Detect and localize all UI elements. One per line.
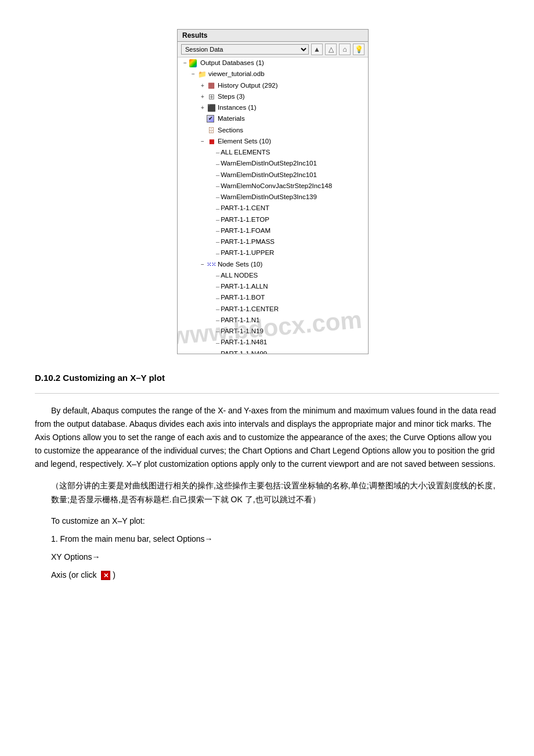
mat-icon-box: ✔ [207, 115, 214, 123]
toggle-history[interactable]: + [199, 81, 207, 89]
leaf-dash-n4: – [216, 304, 219, 314]
part-bot-label: PART-1-1.BOT [221, 293, 265, 303]
toggle-instances[interactable]: + [199, 104, 207, 112]
history-icon: ▦ [207, 81, 216, 90]
instances-label: Instances (1) [218, 103, 256, 113]
materials-icon: ✔ [207, 114, 216, 124]
tree-item-part-cent[interactable]: · – PART-1-1.CENT [178, 203, 368, 214]
toggle-elemsets[interactable]: − [199, 137, 207, 145]
tree-item-history[interactable]: + ▦ History Output (292) [178, 80, 368, 91]
tree-item-materials[interactable]: · ✔ Materials [178, 113, 368, 124]
step3-prefix: Axis (or click [51, 570, 99, 579]
panel-wrapper: Results Session Data ▲ △ ⌂ 💡 − Output Da [46, 29, 499, 365]
warn1-label: WarnElemDistInOutStep2Inc101 [221, 159, 317, 168]
step1: 1. From the main menu bar, select Option… [35, 532, 499, 546]
tree-scroll-area[interactable]: − Output Databases (1) − 📁 viewer_tutori… [178, 57, 368, 354]
elemsets-label: Element Sets (10) [218, 136, 271, 146]
tree-item-warn1[interactable]: · – WarnElemDistInOutStep2Inc101 [178, 158, 368, 169]
part-n481-label: PART-1-1.N481 [221, 337, 267, 347]
leaf-dash-n7: – [216, 338, 219, 348]
divider [35, 393, 499, 394]
tree-item-warn2[interactable]: · – WarnElemDistInOutStep2Inc101 [178, 170, 368, 181]
db-icon-svg [189, 59, 197, 67]
step3-suffix: ) [113, 570, 116, 579]
leaf-dash-n3: – [216, 293, 219, 303]
tree-item-part-n481[interactable]: · – PART-1-1.N481 [178, 337, 368, 348]
toggle-viewer-odb[interactable]: − [189, 70, 197, 78]
toggle-nodesets[interactable]: − [199, 260, 207, 268]
materials-label: Materials [218, 114, 245, 124]
warn2-label: WarnElemDistInOutStep2Inc101 [221, 170, 317, 180]
history-label: History Output (292) [218, 81, 278, 91]
tree-item-part-bot[interactable]: · – PART-1-1.BOT [178, 292, 368, 303]
x-button-icon[interactable]: ✕ [101, 571, 110, 580]
tree-item-part-foam[interactable]: · – PART-1-1.FOAM [178, 225, 368, 236]
leaf-dash-3: – [216, 170, 219, 180]
tree-item-part-n499[interactable]: · – PART-1-1.N499 [178, 348, 368, 354]
leaf-dash-n6: – [216, 326, 219, 336]
leaf-dash-5: – [216, 192, 219, 202]
part-n19-label: PART-1-1.N19 [221, 326, 264, 336]
light-button[interactable]: 💡 [353, 44, 365, 55]
part-alln-label: PART-1-1.ALLN [221, 282, 268, 291]
warn4-label: WarnElemDistInOutStep3Inc139 [221, 192, 317, 202]
part-pmass-label: PART-1-1.PMASS [221, 237, 275, 247]
leaf-dash-n5: – [216, 315, 219, 325]
instances-icon: ⬛ [207, 103, 216, 113]
tree-item-part-alln[interactable]: · – PART-1-1.ALLN [178, 281, 368, 292]
tree-item-warn4[interactable]: · – WarnElemDistInOutStep3Inc139 [178, 192, 368, 203]
part-upper-label: PART-1-1.UPPER [221, 248, 274, 258]
toggle-steps[interactable]: + [199, 92, 207, 100]
tree-item-part-etop[interactable]: · – PART-1-1.ETOP [178, 214, 368, 225]
nodesets-icon: ⁙⁙ [207, 260, 216, 269]
panel-toolbar: Session Data ▲ △ ⌂ 💡 [178, 42, 368, 57]
warn3-label: WarnElemNoConvJacStrStep2Inc148 [221, 181, 332, 191]
toggle-output-dbs[interactable]: − [181, 59, 189, 67]
up-alt-button[interactable]: △ [325, 44, 337, 55]
up-button[interactable]: ▲ [311, 44, 323, 55]
steps-icon: ⊞ [207, 92, 216, 101]
leaf-dash-6: – [216, 204, 219, 214]
tree-item-viewer-odb[interactable]: − 📁 viewer_tutorial.odb [178, 69, 368, 80]
db-icon [189, 59, 199, 68]
tree-item-instances[interactable]: + ⬛ Instances (1) [178, 102, 368, 113]
tree-item-part-center[interactable]: · – PART-1-1.CENTER [178, 304, 368, 315]
all-nodes-label: ALL NODES [221, 271, 258, 280]
tree-item-nodesets[interactable]: − ⁙⁙ Node Sets (10) [178, 259, 368, 270]
leaf-dash-n2: – [216, 282, 219, 291]
step3: Axis (or click ✕ ) [35, 568, 499, 582]
tree-item-all-nodes[interactable]: · – ALL NODES [178, 270, 368, 281]
part-cent-label: PART-1-1.CENT [221, 203, 269, 213]
leaf-dash-2: – [216, 159, 219, 169]
tree-item-sections[interactable]: · ⌹ Sections [178, 125, 368, 136]
tree-item-part-n1[interactable]: · – PART-1-1.N1 [178, 315, 368, 326]
panel-tree-wrap: − Output Databases (1) − 📁 viewer_tutori… [178, 57, 368, 354]
tree-item-elemsets[interactable]: − ▦ Element Sets (10) [178, 136, 368, 147]
results-panel: Results Session Data ▲ △ ⌂ 💡 − Output Da [177, 29, 369, 354]
session-data-select[interactable]: Session Data [181, 44, 309, 55]
section-heading: D.10.2 Customizing an X–Y plot [35, 373, 499, 383]
leaf-dash-9: – [216, 237, 219, 247]
tree-item-warn3[interactable]: · – WarnElemNoConvJacStrStep2Inc148 [178, 181, 368, 192]
leaf-dash-4: – [216, 181, 219, 191]
tree-item-part-pmass[interactable]: · – PART-1-1.PMASS [178, 236, 368, 247]
nodesets-label: Node Sets (10) [218, 260, 262, 269]
panel-tab-bar[interactable]: Results [178, 30, 368, 42]
leaf-dash-10: – [216, 249, 219, 258]
tree-item-part-upper[interactable]: · – PART-1-1.UPPER [178, 247, 368, 258]
step2: XY Options→ [35, 550, 499, 564]
body-paragraph-1: By default, Abaqus computes the range of… [35, 404, 499, 471]
elemsets-icon: ▦ [207, 136, 216, 146]
step-intro: To customize an X–Y plot: [35, 514, 499, 528]
tree-item-steps[interactable]: + ⊞ Steps (3) [178, 91, 368, 102]
tree-item-output-dbs[interactable]: − Output Databases (1) [178, 57, 368, 69]
tree-item-part-n19[interactable]: · – PART-1-1.N19 [178, 326, 368, 337]
tree-item-all-elements[interactable]: · – ALL ELEMENTS [178, 147, 368, 158]
steps-label: Steps (3) [218, 92, 245, 102]
part-center-label: PART-1-1.CENTER [221, 304, 279, 314]
results-tab-label[interactable]: Results [182, 31, 207, 39]
leaf-dash-7: – [216, 215, 219, 225]
home-button[interactable]: ⌂ [339, 44, 351, 55]
part-n499-label: PART-1-1.N499 [221, 349, 267, 354]
step1-text: 1. From the main menu bar, select Option… [51, 534, 213, 543]
